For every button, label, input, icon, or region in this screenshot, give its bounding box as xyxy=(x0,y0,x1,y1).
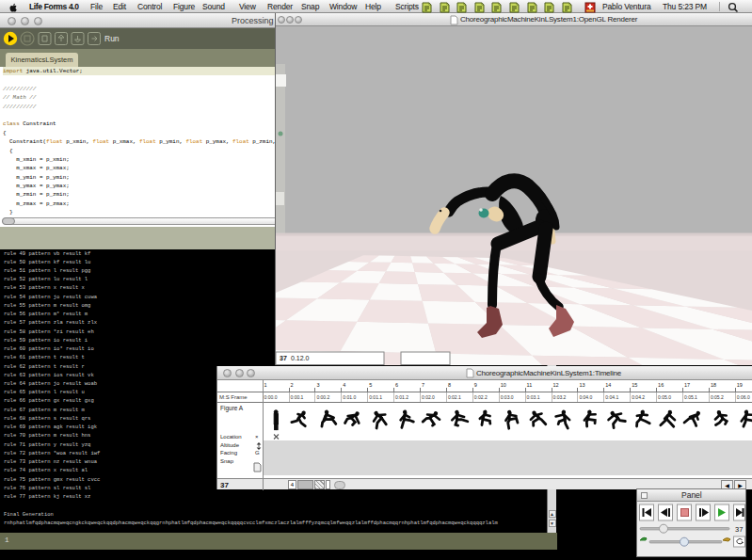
svg-text:37: 37 xyxy=(280,355,287,361)
svg-text:37: 37 xyxy=(735,525,743,534)
svg-text:0.12.0: 0.12.0 xyxy=(291,355,310,361)
